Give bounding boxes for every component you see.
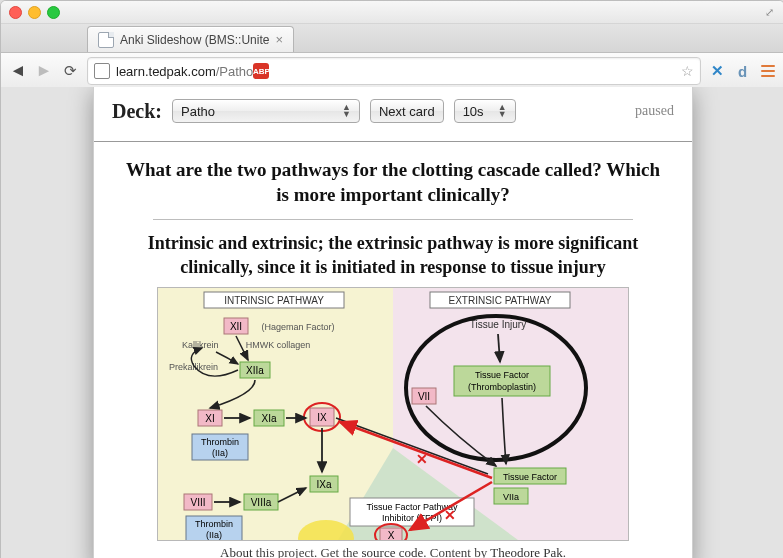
svg-text:Tissue Factor: Tissue Factor	[503, 472, 557, 482]
menu-icon[interactable]	[759, 63, 776, 80]
diagram-svg: INTRINSIC PATHWAY EXTRINSIC PATHWAY XII …	[158, 288, 628, 540]
svg-text:HMWK collagen: HMWK collagen	[246, 340, 311, 350]
page-content: Deck: Patho ▲▼ Next card 10s ▲▼ paused W…	[93, 87, 693, 558]
svg-text:Thrombin: Thrombin	[201, 437, 239, 447]
minimize-window-button[interactable]	[28, 6, 41, 19]
status-text: paused	[635, 103, 674, 119]
back-button[interactable]: ◄	[9, 62, 27, 80]
svg-text:XI: XI	[205, 413, 214, 424]
svg-text:XIIa: XIIa	[246, 365, 264, 376]
svg-text:✕: ✕	[444, 507, 456, 523]
deck-select-value: Patho	[181, 104, 215, 119]
svg-text:EXTRINSIC PATHWAY: EXTRINSIC PATHWAY	[449, 295, 552, 306]
url-path: /Patho	[216, 64, 254, 79]
address-bar[interactable]: learn.tedpak.com/Patho ABP ☆	[87, 57, 701, 85]
tabstrip: Anki Slideshow (BMS::Unite ×	[1, 24, 783, 53]
card-question: What are the two pathways for the clotti…	[120, 158, 666, 219]
divider	[153, 219, 633, 220]
extension-icon-d[interactable]: d	[734, 63, 751, 80]
close-window-button[interactable]	[9, 6, 22, 19]
page-icon	[98, 32, 114, 48]
reload-button[interactable]: ⟳	[61, 62, 79, 80]
tab-title: Anki Slideshow (BMS::Unite	[120, 33, 269, 47]
svg-text:VIIa: VIIa	[503, 492, 519, 502]
author-link[interactable]: Theodore Pak	[490, 545, 563, 558]
svg-text:XII: XII	[230, 321, 242, 332]
adblock-icon[interactable]: ABP	[253, 63, 269, 79]
svg-text:Tissue Factor: Tissue Factor	[475, 370, 529, 380]
source-code-link[interactable]: source code	[362, 545, 424, 558]
svg-text:INTRINSIC PATHWAY: INTRINSIC PATHWAY	[224, 295, 324, 306]
svg-text:VIII: VIII	[190, 497, 205, 508]
close-tab-icon[interactable]: ×	[275, 32, 283, 47]
svg-text:(IIa): (IIa)	[206, 530, 222, 540]
deck-select[interactable]: Patho ▲▼	[172, 99, 360, 123]
svg-text:✕: ✕	[416, 451, 428, 467]
card-diagram: INTRINSIC PATHWAY EXTRINSIC PATHWAY XII …	[157, 287, 629, 541]
deck-toolbar: Deck: Patho ▲▼ Next card 10s ▲▼ paused	[94, 87, 692, 142]
extension-icon-x[interactable]: ✕	[709, 63, 726, 80]
svg-text:Tissue Injury: Tissue Injury	[470, 319, 526, 330]
site-icon	[94, 63, 110, 79]
browser-toolbar: ◄ ► ⟳ learn.tedpak.com/Patho ABP ☆ ✕ d	[1, 53, 783, 90]
zoom-window-button[interactable]	[47, 6, 60, 19]
svg-text:XIa: XIa	[261, 413, 276, 424]
url-text: learn.tedpak.com/Patho	[116, 64, 253, 79]
fullscreen-icon[interactable]: ⤢	[763, 5, 776, 20]
next-card-label: Next card	[379, 104, 435, 119]
svg-text:Thrombin: Thrombin	[195, 519, 233, 529]
svg-text:(Thromboplastin): (Thromboplastin)	[468, 382, 536, 392]
url-host: learn.tedpak.com	[116, 64, 216, 79]
browser-tab[interactable]: Anki Slideshow (BMS::Unite ×	[87, 26, 294, 52]
interval-select[interactable]: 10s ▲▼	[454, 99, 516, 123]
svg-text:IXa: IXa	[316, 479, 331, 490]
interval-value: 10s	[463, 104, 484, 119]
next-card-button[interactable]: Next card	[370, 99, 444, 123]
svg-text:VII: VII	[418, 391, 430, 402]
bookmark-star-icon[interactable]: ☆	[681, 63, 694, 79]
select-arrows-icon: ▲▼	[498, 104, 507, 118]
svg-text:X: X	[388, 530, 395, 540]
viewport: Deck: Patho ▲▼ Next card 10s ▲▼ paused W…	[1, 87, 783, 558]
svg-text:Prekallikrein: Prekallikrein	[169, 362, 218, 372]
flashcard: What are the two pathways for the clotti…	[94, 142, 692, 558]
select-arrows-icon: ▲▼	[342, 104, 351, 118]
browser-window: ⤢ Anki Slideshow (BMS::Unite × ◄ ► ⟳ lea…	[0, 0, 783, 558]
forward-button[interactable]: ►	[35, 62, 53, 80]
svg-text:(IIa): (IIa)	[212, 448, 228, 458]
deck-label: Deck:	[112, 100, 162, 123]
card-answer: Intrinsic and extrinsic; the extrinsic p…	[120, 232, 666, 279]
svg-text:(Hageman Factor): (Hageman Factor)	[261, 322, 334, 332]
svg-text:VIIIa: VIIIa	[251, 497, 272, 508]
svg-text:IX: IX	[317, 412, 327, 423]
titlebar: ⤢	[1, 1, 783, 24]
page-footer: About this project. Get the source code.…	[120, 541, 666, 558]
about-link[interactable]: About	[220, 545, 253, 558]
